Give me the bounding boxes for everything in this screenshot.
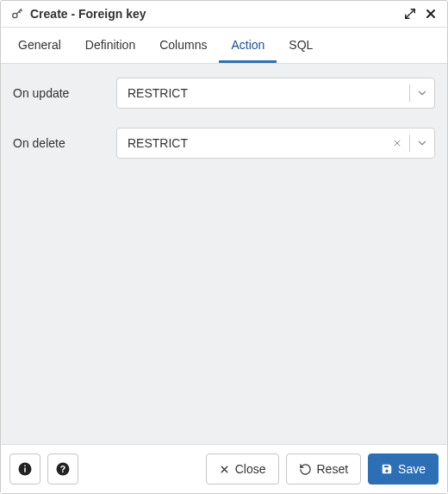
clear-icon[interactable] <box>390 136 404 150</box>
tab-action[interactable]: Action <box>219 28 277 63</box>
tab-definition[interactable]: Definition <box>73 28 147 63</box>
close-icon[interactable] <box>423 6 439 22</box>
tab-general[interactable]: General <box>6 28 73 63</box>
save-button[interactable]: Save <box>368 453 439 485</box>
svg-text:?: ? <box>60 464 65 474</box>
on-update-value: RESTRICT <box>128 86 404 100</box>
on-delete-label: On delete <box>13 136 116 150</box>
dialog-title: Create - Foreign key <box>30 7 146 21</box>
chevron-down-icon <box>415 86 429 100</box>
tab-sql[interactable]: SQL <box>277 28 325 63</box>
tabs: General Definition Columns Action SQL <box>1 28 447 64</box>
key-icon <box>9 6 25 22</box>
reset-icon <box>299 463 312 476</box>
help-icon: ? <box>55 461 71 477</box>
on-update-select[interactable]: RESTRICT <box>116 78 435 109</box>
svg-rect-2 <box>24 468 26 472</box>
info-button[interactable] <box>9 453 40 485</box>
reset-button[interactable]: Reset <box>286 453 362 485</box>
dialog-footer: ? Close Reset Save <box>1 444 447 493</box>
close-button-label: Close <box>235 462 266 476</box>
on-update-row: On update RESTRICT <box>13 78 435 109</box>
on-delete-value: RESTRICT <box>128 136 390 150</box>
on-update-label: On update <box>13 86 116 100</box>
on-delete-row: On delete RESTRICT <box>13 128 435 159</box>
help-button[interactable]: ? <box>47 453 78 485</box>
tab-columns[interactable]: Columns <box>147 28 219 63</box>
close-button[interactable]: Close <box>206 453 279 485</box>
info-icon <box>17 461 33 477</box>
foreign-key-dialog: Create - Foreign key General Definition … <box>0 0 448 494</box>
save-button-label: Save <box>398 462 426 476</box>
close-icon <box>219 464 230 475</box>
titlebar: Create - Foreign key <box>1 1 447 28</box>
select-divider <box>409 134 410 152</box>
select-divider <box>409 84 410 102</box>
save-icon <box>381 463 393 475</box>
svg-rect-3 <box>24 466 26 467</box>
tab-content-action: On update RESTRICT On delete RESTRICT <box>1 64 447 444</box>
on-delete-select[interactable]: RESTRICT <box>116 128 435 159</box>
expand-icon[interactable] <box>402 6 418 22</box>
reset-button-label: Reset <box>317 462 349 476</box>
chevron-down-icon <box>415 136 429 150</box>
